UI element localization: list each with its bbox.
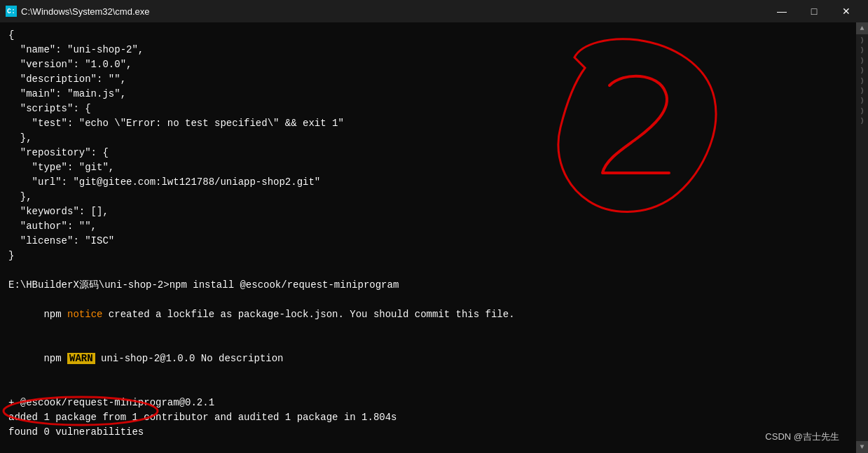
- terminal[interactable]: { "name": "uni-shop-2", "version": "1.0.…: [0, 22, 856, 453]
- npm-command-line: E:\HBuilderX源码\uni-shop-2>npm install @e…: [8, 278, 848, 293]
- added-line: added 1 package from 1 contributor and a…: [8, 410, 848, 425]
- json-line-9: "type": "git",: [8, 160, 848, 175]
- npm-warn-line: npm WARN uni-shop-2@1.0.0 No description: [8, 337, 848, 381]
- minimize-button[interactable]: —: [766, 0, 798, 22]
- json-line-12: "keywords": [],: [8, 204, 848, 219]
- scroll-down-arrow[interactable]: ▼: [856, 441, 868, 453]
- json-line-3: "description": "",: [8, 72, 848, 87]
- blank-line-3: [8, 440, 848, 453]
- scrollbar-numbers: ) ) ) ) ) ) ) ) ): [856, 34, 868, 128]
- blank-line-1: [8, 263, 848, 278]
- main-container: { "name": "uni-shop-2", "version": "1.0.…: [0, 22, 868, 453]
- watermark: CSDN @吉士先生: [765, 430, 839, 444]
- json-line-5: "scripts": {: [8, 102, 848, 116]
- json-line-1: "name": "uni-shop-2",: [8, 43, 848, 57]
- json-line-6: "test": "echo \"Error: no test specified…: [8, 116, 848, 131]
- json-line-15: }: [8, 249, 848, 263]
- titlebar-title: C:\Windows\System32\cmd.exe: [21, 6, 150, 17]
- close-button[interactable]: ✕: [830, 0, 862, 22]
- json-line-8: "repository": {: [8, 146, 848, 160]
- json-line-13: "author": "",: [8, 219, 848, 234]
- json-line-2: "version": "1.0.0",: [8, 57, 848, 72]
- scroll-up-arrow[interactable]: ▲: [856, 22, 868, 34]
- titlebar: C: C:\Windows\System32\cmd.exe — □ ✕: [0, 0, 868, 22]
- scrollbar[interactable]: ▲ ) ) ) ) ) ) ) ) ) ▼: [856, 22, 868, 453]
- json-line-10: "url": "git@gitee.com:lwt121788/uniapp-s…: [8, 175, 848, 190]
- package-line: + @escook/request-miniprogram@0.2.1: [8, 396, 848, 410]
- cmd-icon: C:: [6, 6, 17, 17]
- json-line-0: {: [8, 28, 848, 43]
- json-line-4: "main": "main.js",: [8, 87, 848, 102]
- found-line: found 0 vulnerabilities: [8, 425, 848, 440]
- scrollbar-track[interactable]: ) ) ) ) ) ) ) ) ): [856, 34, 868, 441]
- titlebar-left: C: C:\Windows\System32\cmd.exe: [6, 6, 150, 17]
- maximize-button[interactable]: □: [798, 0, 830, 22]
- warn-badge: WARN: [67, 353, 95, 364]
- titlebar-controls: — □ ✕: [766, 0, 862, 22]
- json-line-14: "license": "ISC": [8, 234, 848, 249]
- npm-notice-line: npm notice created a lockfile as package…: [8, 293, 848, 337]
- json-line-7: },: [8, 131, 848, 146]
- notice-text: created a lockfile as package-lock.json.…: [102, 309, 514, 320]
- blank-line-2: [8, 381, 848, 396]
- json-line-11: },: [8, 190, 848, 204]
